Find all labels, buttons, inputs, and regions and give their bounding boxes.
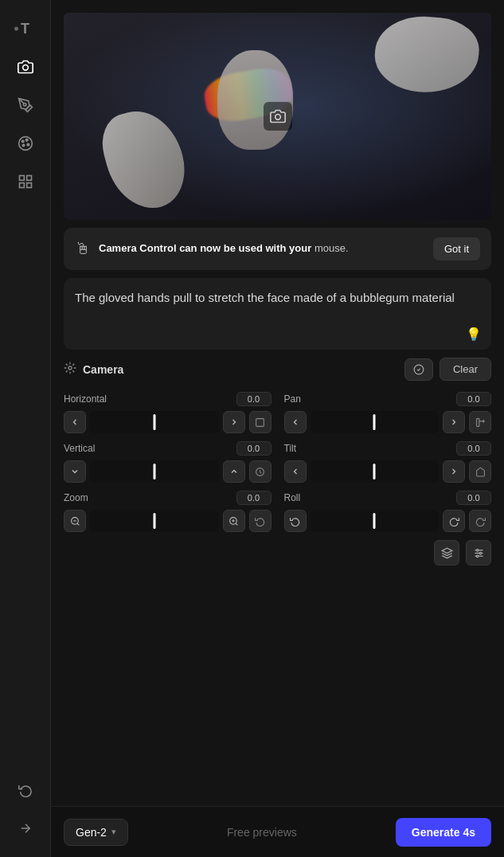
horizontal-pan-row: Horizontal: [64, 392, 491, 433]
pan-label: Pan: [284, 393, 301, 405]
layers-button[interactable]: [434, 540, 459, 565]
zoom-slider[interactable]: [90, 510, 219, 532]
svg-point-29: [479, 552, 482, 554]
sidebar-icon-forward[interactable]: [10, 812, 41, 844]
horizontal-right-button[interactable]: [223, 411, 245, 433]
vertical-slider[interactable]: [90, 460, 219, 483]
svg-rect-8: [26, 176, 31, 181]
svg-point-13: [68, 366, 72, 370]
vertical-value[interactable]: [236, 441, 272, 456]
roll-label: Roll: [284, 492, 301, 503]
camera-overlay-icon: [264, 102, 292, 131]
roll-value[interactable]: [456, 491, 491, 505]
svg-rect-15: [476, 418, 479, 426]
tilt-value[interactable]: [456, 441, 491, 456]
sidebar-icon-camera[interactable]: [10, 51, 41, 83]
prompt-area[interactable]: The gloved hands pull to stretch the fac…: [64, 278, 491, 350]
horizontal-left-button[interactable]: [64, 411, 86, 433]
svg-point-12: [275, 115, 280, 120]
svg-rect-14: [256, 418, 264, 426]
svg-point-2: [18, 137, 32, 151]
tilt-label: Tilt: [284, 443, 297, 454]
notice-text: Camera Control can now be used with your…: [99, 241, 425, 256]
zoom-roll-row: Zoom: [64, 491, 491, 532]
svg-point-30: [476, 555, 479, 558]
svg-point-0: [22, 65, 28, 71]
vertical-down-button[interactable]: [64, 460, 86, 483]
zoom-label: Zoom: [64, 492, 88, 503]
bottom-icons-row: [64, 540, 491, 572]
svg-marker-24: [442, 548, 452, 553]
pan-value[interactable]: [456, 392, 491, 406]
chevron-down-icon: ▾: [111, 827, 116, 837]
tilt-left-button[interactable]: [284, 460, 307, 483]
horizontal-control: Horizontal: [64, 392, 272, 433]
horizontal-label: Horizontal: [64, 393, 107, 405]
pan-control: Pan: [284, 392, 492, 433]
free-previews-button[interactable]: Free previews: [136, 826, 388, 839]
vertical-reset-button[interactable]: [249, 460, 272, 483]
sidebar-icon-palette[interactable]: [10, 127, 41, 159]
zoom-value[interactable]: [236, 491, 272, 505]
sidebar: T: [0, 0, 51, 857]
zoom-out-button[interactable]: [64, 510, 86, 532]
sidebar-icon-undo[interactable]: [10, 774, 41, 806]
camera-controls: Camera Clear Horizontal: [64, 358, 491, 806]
svg-rect-9: [19, 183, 24, 188]
pan-slider[interactable]: [311, 411, 440, 433]
tilt-reset-button[interactable]: [469, 460, 491, 483]
settings-sliders-button[interactable]: [466, 540, 491, 565]
gen-model-select[interactable]: Gen-2 ▾: [64, 819, 128, 846]
camera-title-label: Camera: [83, 363, 123, 376]
vertical-up-button[interactable]: [223, 460, 245, 483]
notice-bar: 🖱 Camera Control can now be used with yo…: [64, 228, 491, 270]
roll-control: Roll: [284, 491, 492, 532]
svg-line-21: [236, 523, 237, 525]
zoom-control: Zoom: [64, 491, 272, 532]
clear-button[interactable]: Clear: [440, 358, 491, 381]
camera-title-icon: [64, 362, 76, 377]
camera-title: Camera: [64, 362, 123, 377]
generate-button[interactable]: Generate 4s: [396, 818, 491, 847]
mouse-icon: 🖱: [75, 240, 91, 258]
svg-point-4: [25, 139, 28, 142]
tilt-slider[interactable]: [311, 460, 440, 483]
sidebar-icon-cube[interactable]: [10, 166, 41, 198]
sidebar-icon-text[interactable]: T: [10, 13, 41, 45]
sidebar-icon-brush[interactable]: [10, 89, 41, 121]
vertical-tilt-row: Vertical: [64, 441, 491, 483]
gen-model-label: Gen-2: [76, 826, 107, 839]
svg-rect-10: [26, 183, 31, 188]
pan-left-button[interactable]: [284, 411, 307, 433]
svg-point-1: [23, 104, 25, 106]
canvas-image[interactable]: [64, 13, 491, 220]
horizontal-reset-button[interactable]: [249, 411, 272, 433]
tilt-control: Tilt: [284, 441, 492, 483]
roll-right-button[interactable]: [443, 510, 465, 532]
horizontal-value[interactable]: [236, 392, 272, 406]
camera-controls-header: Camera Clear: [64, 358, 491, 381]
vertical-control: Vertical: [64, 441, 272, 483]
zoom-in-button[interactable]: [223, 510, 245, 532]
roll-reset-button[interactable]: [469, 510, 491, 532]
horizontal-slider[interactable]: [90, 411, 219, 433]
prompt-lightbulb-icon[interactable]: 💡: [466, 327, 482, 342]
tilt-right-button[interactable]: [443, 460, 465, 483]
got-it-button[interactable]: Got it: [433, 237, 480, 260]
svg-rect-7: [19, 176, 24, 181]
prompt-text: The gloved hands pull to stretch the fac…: [75, 289, 480, 307]
svg-point-3: [21, 140, 24, 143]
vertical-label: Vertical: [64, 443, 95, 454]
canvas-area: [51, 0, 504, 220]
svg-point-28: [476, 549, 479, 551]
svg-point-6: [22, 144, 25, 147]
svg-point-5: [27, 143, 29, 146]
pan-right-button[interactable]: [443, 411, 465, 433]
camera-copy-button[interactable]: [404, 358, 433, 381]
roll-slider[interactable]: [311, 510, 440, 532]
main-content: 🖱 Camera Control can now be used with yo…: [51, 0, 504, 857]
svg-line-18: [77, 523, 79, 525]
pan-reset-button[interactable]: [469, 411, 491, 433]
zoom-reset-button[interactable]: [249, 510, 272, 532]
roll-left-button[interactable]: [284, 510, 307, 532]
